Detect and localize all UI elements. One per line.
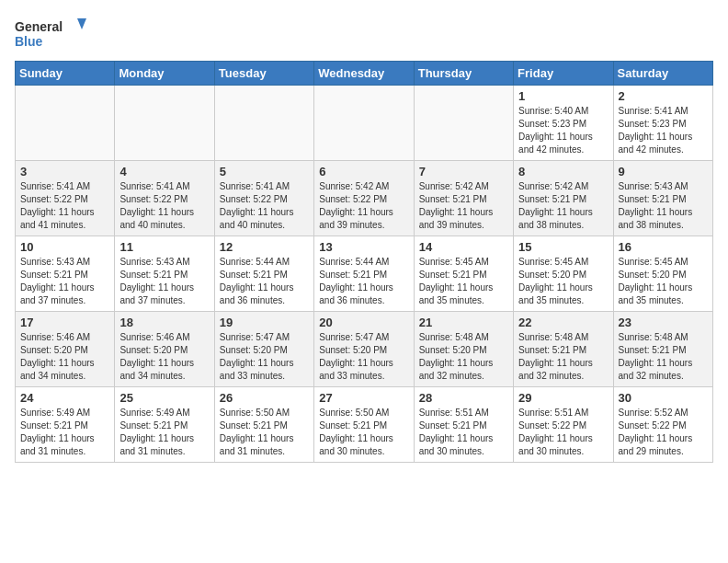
calendar-table: SundayMondayTuesdayWednesdayThursdayFrid… [15,61,713,463]
day-info: Sunrise: 5:42 AM Sunset: 5:21 PM Dayligh… [518,180,608,232]
day-info: Sunrise: 5:44 AM Sunset: 5:21 PM Dayligh… [220,256,309,307]
day-number: 7 [419,165,508,178]
calendar-cell: 16Sunrise: 5:45 AM Sunset: 5:20 PM Dayli… [613,236,712,312]
calendar-cell: 13Sunrise: 5:44 AM Sunset: 5:21 PM Dayli… [314,236,414,312]
day-info: Sunrise: 5:46 AM Sunset: 5:20 PM Dayligh… [20,331,109,383]
calendar-cell: 2Sunrise: 5:41 AM Sunset: 5:23 PM Daylig… [613,86,712,161]
day-info: Sunrise: 5:45 AM Sunset: 5:21 PM Dayligh… [419,256,508,307]
day-number: 3 [20,165,109,178]
day-number: 5 [220,165,309,178]
day-number: 11 [119,240,209,254]
weekday-header-wednesday: Wednesday [314,62,414,86]
day-info: Sunrise: 5:48 AM Sunset: 5:20 PM Dayligh… [419,331,508,383]
calendar-cell: 23Sunrise: 5:48 AM Sunset: 5:21 PM Dayli… [613,312,712,387]
calendar-cell: 21Sunrise: 5:48 AM Sunset: 5:20 PM Dayli… [414,312,513,387]
day-number: 22 [518,316,608,329]
calendar-cell: 5Sunrise: 5:41 AM Sunset: 5:22 PM Daylig… [214,161,313,236]
day-info: Sunrise: 5:45 AM Sunset: 5:20 PM Dayligh… [518,256,608,307]
day-number: 13 [319,240,408,254]
calendar-cell [414,86,513,161]
calendar-cell: 8Sunrise: 5:42 AM Sunset: 5:21 PM Daylig… [514,161,613,236]
svg-text:Blue: Blue [15,34,43,49]
calendar-cell: 26Sunrise: 5:50 AM Sunset: 5:21 PM Dayli… [214,387,313,463]
day-number: 2 [619,89,708,103]
calendar-cell: 29Sunrise: 5:51 AM Sunset: 5:22 PM Dayli… [514,387,613,463]
day-info: Sunrise: 5:42 AM Sunset: 5:21 PM Dayligh… [419,180,508,232]
calendar-cell: 3Sunrise: 5:41 AM Sunset: 5:22 PM Daylig… [16,161,115,236]
day-number: 25 [119,391,209,405]
calendar-cell: 12Sunrise: 5:44 AM Sunset: 5:21 PM Dayli… [214,236,313,312]
page-header: General Blue [15,15,713,53]
day-number: 4 [119,165,209,178]
calendar-body: 1Sunrise: 5:40 AM Sunset: 5:23 PM Daylig… [16,86,713,463]
day-number: 27 [319,391,408,405]
day-number: 28 [419,391,508,405]
day-number: 23 [619,316,708,329]
calendar-week-1: 1Sunrise: 5:40 AM Sunset: 5:23 PM Daylig… [16,86,713,161]
day-info: Sunrise: 5:43 AM Sunset: 5:21 PM Dayligh… [619,180,708,232]
day-info: Sunrise: 5:50 AM Sunset: 5:21 PM Dayligh… [220,407,309,458]
weekday-header-sunday: Sunday [16,62,115,86]
calendar-cell: 14Sunrise: 5:45 AM Sunset: 5:21 PM Dayli… [414,236,513,312]
weekday-header-tuesday: Tuesday [214,62,313,86]
day-info: Sunrise: 5:41 AM Sunset: 5:22 PM Dayligh… [220,180,309,232]
calendar-cell: 30Sunrise: 5:52 AM Sunset: 5:22 PM Dayli… [613,387,712,463]
calendar-cell [115,86,214,161]
day-info: Sunrise: 5:41 AM Sunset: 5:22 PM Dayligh… [20,180,109,232]
calendar-cell: 18Sunrise: 5:46 AM Sunset: 5:20 PM Dayli… [115,312,214,387]
day-number: 10 [20,240,109,254]
calendar-cell: 17Sunrise: 5:46 AM Sunset: 5:20 PM Dayli… [16,312,115,387]
day-info: Sunrise: 5:52 AM Sunset: 5:22 PM Dayligh… [619,407,708,458]
day-info: Sunrise: 5:49 AM Sunset: 5:21 PM Dayligh… [119,407,209,458]
day-number: 26 [220,391,309,405]
day-info: Sunrise: 5:43 AM Sunset: 5:21 PM Dayligh… [20,256,109,307]
calendar-week-5: 24Sunrise: 5:49 AM Sunset: 5:21 PM Dayli… [16,387,713,463]
weekday-header-saturday: Saturday [613,62,712,86]
day-number: 17 [20,316,109,329]
calendar-cell: 11Sunrise: 5:43 AM Sunset: 5:21 PM Dayli… [115,236,214,312]
day-number: 6 [319,165,408,178]
calendar-cell: 4Sunrise: 5:41 AM Sunset: 5:22 PM Daylig… [115,161,214,236]
day-number: 24 [20,391,109,405]
day-info: Sunrise: 5:48 AM Sunset: 5:21 PM Dayligh… [619,331,708,383]
day-info: Sunrise: 5:47 AM Sunset: 5:20 PM Dayligh… [319,331,408,383]
calendar-cell [314,86,414,161]
day-number: 16 [619,240,708,254]
day-number: 29 [518,391,608,405]
calendar-week-4: 17Sunrise: 5:46 AM Sunset: 5:20 PM Dayli… [16,312,713,387]
logo-svg: General Blue [15,15,88,53]
calendar-cell: 28Sunrise: 5:51 AM Sunset: 5:21 PM Dayli… [414,387,513,463]
calendar-week-3: 10Sunrise: 5:43 AM Sunset: 5:21 PM Dayli… [16,236,713,312]
day-number: 18 [119,316,209,329]
calendar-cell: 20Sunrise: 5:47 AM Sunset: 5:20 PM Dayli… [314,312,414,387]
day-number: 21 [419,316,508,329]
day-number: 8 [518,165,608,178]
calendar-cell: 6Sunrise: 5:42 AM Sunset: 5:22 PM Daylig… [314,161,414,236]
day-info: Sunrise: 5:45 AM Sunset: 5:20 PM Dayligh… [619,256,708,307]
day-info: Sunrise: 5:50 AM Sunset: 5:21 PM Dayligh… [319,407,408,458]
day-number: 9 [619,165,708,178]
day-number: 15 [518,240,608,254]
day-info: Sunrise: 5:48 AM Sunset: 5:21 PM Dayligh… [518,331,608,383]
calendar-cell: 10Sunrise: 5:43 AM Sunset: 5:21 PM Dayli… [16,236,115,312]
svg-text:General: General [15,19,63,34]
day-info: Sunrise: 5:42 AM Sunset: 5:22 PM Dayligh… [319,180,408,232]
calendar-cell [16,86,115,161]
calendar-cell: 7Sunrise: 5:42 AM Sunset: 5:21 PM Daylig… [414,161,513,236]
weekday-header-thursday: Thursday [414,62,513,86]
calendar-cell: 15Sunrise: 5:45 AM Sunset: 5:20 PM Dayli… [514,236,613,312]
calendar-cell: 1Sunrise: 5:40 AM Sunset: 5:23 PM Daylig… [514,86,613,161]
day-info: Sunrise: 5:41 AM Sunset: 5:22 PM Dayligh… [119,180,209,232]
day-info: Sunrise: 5:44 AM Sunset: 5:21 PM Dayligh… [319,256,408,307]
day-info: Sunrise: 5:46 AM Sunset: 5:20 PM Dayligh… [119,331,209,383]
calendar-cell: 22Sunrise: 5:48 AM Sunset: 5:21 PM Dayli… [514,312,613,387]
calendar-cell [214,86,313,161]
day-info: Sunrise: 5:51 AM Sunset: 5:21 PM Dayligh… [419,407,508,458]
day-info: Sunrise: 5:41 AM Sunset: 5:23 PM Dayligh… [619,105,708,156]
calendar-cell: 27Sunrise: 5:50 AM Sunset: 5:21 PM Dayli… [314,387,414,463]
day-info: Sunrise: 5:49 AM Sunset: 5:21 PM Dayligh… [20,407,109,458]
day-number: 20 [319,316,408,329]
day-info: Sunrise: 5:43 AM Sunset: 5:21 PM Dayligh… [119,256,209,307]
day-number: 12 [220,240,309,254]
calendar-cell: 19Sunrise: 5:47 AM Sunset: 5:20 PM Dayli… [214,312,313,387]
